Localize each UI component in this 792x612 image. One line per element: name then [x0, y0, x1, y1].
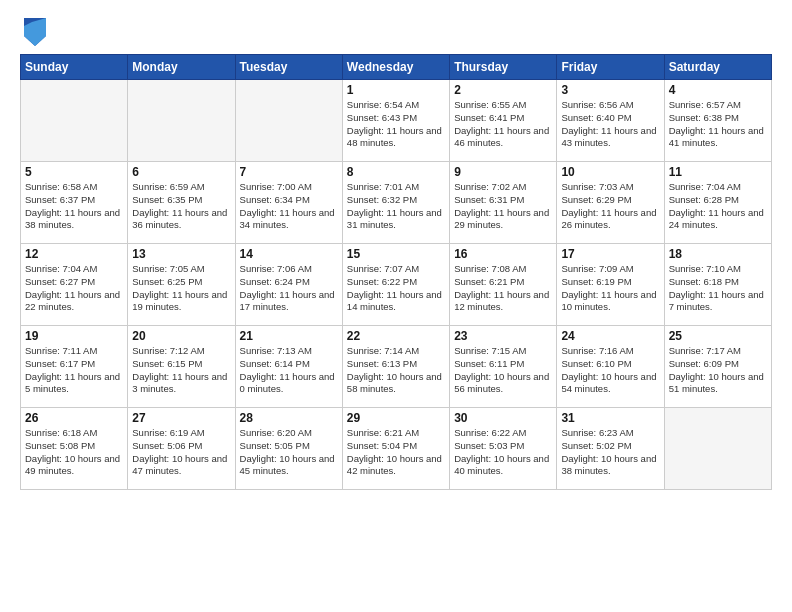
weekday-header-saturday: Saturday: [664, 55, 771, 80]
calendar-cell: 15Sunrise: 7:07 AM Sunset: 6:22 PM Dayli…: [342, 244, 449, 326]
day-info: Sunrise: 7:02 AM Sunset: 6:31 PM Dayligh…: [454, 181, 552, 232]
day-info: Sunrise: 6:59 AM Sunset: 6:35 PM Dayligh…: [132, 181, 230, 232]
calendar: SundayMondayTuesdayWednesdayThursdayFrid…: [20, 54, 772, 490]
day-info: Sunrise: 7:07 AM Sunset: 6:22 PM Dayligh…: [347, 263, 445, 314]
weekday-header-tuesday: Tuesday: [235, 55, 342, 80]
calendar-cell: 14Sunrise: 7:06 AM Sunset: 6:24 PM Dayli…: [235, 244, 342, 326]
day-number: 8: [347, 165, 445, 179]
weekday-header-friday: Friday: [557, 55, 664, 80]
weekday-header-monday: Monday: [128, 55, 235, 80]
calendar-cell: 24Sunrise: 7:16 AM Sunset: 6:10 PM Dayli…: [557, 326, 664, 408]
day-info: Sunrise: 6:55 AM Sunset: 6:41 PM Dayligh…: [454, 99, 552, 150]
day-info: Sunrise: 7:03 AM Sunset: 6:29 PM Dayligh…: [561, 181, 659, 232]
calendar-cell: 9Sunrise: 7:02 AM Sunset: 6:31 PM Daylig…: [450, 162, 557, 244]
logo: [20, 18, 46, 46]
week-row-5: 26Sunrise: 6:18 AM Sunset: 5:08 PM Dayli…: [21, 408, 772, 490]
calendar-cell: 13Sunrise: 7:05 AM Sunset: 6:25 PM Dayli…: [128, 244, 235, 326]
day-info: Sunrise: 7:04 AM Sunset: 6:27 PM Dayligh…: [25, 263, 123, 314]
day-info: Sunrise: 7:14 AM Sunset: 6:13 PM Dayligh…: [347, 345, 445, 396]
day-info: Sunrise: 7:01 AM Sunset: 6:32 PM Dayligh…: [347, 181, 445, 232]
calendar-cell: 5Sunrise: 6:58 AM Sunset: 6:37 PM Daylig…: [21, 162, 128, 244]
day-number: 11: [669, 165, 767, 179]
day-info: Sunrise: 7:17 AM Sunset: 6:09 PM Dayligh…: [669, 345, 767, 396]
weekday-header-sunday: Sunday: [21, 55, 128, 80]
calendar-cell: 1Sunrise: 6:54 AM Sunset: 6:43 PM Daylig…: [342, 80, 449, 162]
day-number: 29: [347, 411, 445, 425]
day-number: 5: [25, 165, 123, 179]
day-number: 2: [454, 83, 552, 97]
day-number: 25: [669, 329, 767, 343]
day-number: 15: [347, 247, 445, 261]
day-info: Sunrise: 6:57 AM Sunset: 6:38 PM Dayligh…: [669, 99, 767, 150]
page: SundayMondayTuesdayWednesdayThursdayFrid…: [0, 0, 792, 612]
day-number: 6: [132, 165, 230, 179]
calendar-cell: 22Sunrise: 7:14 AM Sunset: 6:13 PM Dayli…: [342, 326, 449, 408]
day-info: Sunrise: 7:15 AM Sunset: 6:11 PM Dayligh…: [454, 345, 552, 396]
calendar-cell: [235, 80, 342, 162]
day-info: Sunrise: 7:00 AM Sunset: 6:34 PM Dayligh…: [240, 181, 338, 232]
calendar-cell: 21Sunrise: 7:13 AM Sunset: 6:14 PM Dayli…: [235, 326, 342, 408]
day-number: 28: [240, 411, 338, 425]
day-info: Sunrise: 6:20 AM Sunset: 5:05 PM Dayligh…: [240, 427, 338, 478]
calendar-cell: 31Sunrise: 6:23 AM Sunset: 5:02 PM Dayli…: [557, 408, 664, 490]
day-info: Sunrise: 6:21 AM Sunset: 5:04 PM Dayligh…: [347, 427, 445, 478]
day-number: 7: [240, 165, 338, 179]
day-info: Sunrise: 6:56 AM Sunset: 6:40 PM Dayligh…: [561, 99, 659, 150]
day-number: 26: [25, 411, 123, 425]
weekday-header-row: SundayMondayTuesdayWednesdayThursdayFrid…: [21, 55, 772, 80]
calendar-cell: 25Sunrise: 7:17 AM Sunset: 6:09 PM Dayli…: [664, 326, 771, 408]
day-info: Sunrise: 7:16 AM Sunset: 6:10 PM Dayligh…: [561, 345, 659, 396]
week-row-3: 12Sunrise: 7:04 AM Sunset: 6:27 PM Dayli…: [21, 244, 772, 326]
week-row-4: 19Sunrise: 7:11 AM Sunset: 6:17 PM Dayli…: [21, 326, 772, 408]
day-number: 10: [561, 165, 659, 179]
day-info: Sunrise: 7:11 AM Sunset: 6:17 PM Dayligh…: [25, 345, 123, 396]
week-row-1: 1Sunrise: 6:54 AM Sunset: 6:43 PM Daylig…: [21, 80, 772, 162]
calendar-cell: 16Sunrise: 7:08 AM Sunset: 6:21 PM Dayli…: [450, 244, 557, 326]
day-number: 23: [454, 329, 552, 343]
calendar-cell: 8Sunrise: 7:01 AM Sunset: 6:32 PM Daylig…: [342, 162, 449, 244]
day-info: Sunrise: 6:19 AM Sunset: 5:06 PM Dayligh…: [132, 427, 230, 478]
day-info: Sunrise: 6:23 AM Sunset: 5:02 PM Dayligh…: [561, 427, 659, 478]
weekday-header-wednesday: Wednesday: [342, 55, 449, 80]
calendar-cell: [128, 80, 235, 162]
calendar-cell: 27Sunrise: 6:19 AM Sunset: 5:06 PM Dayli…: [128, 408, 235, 490]
day-info: Sunrise: 6:18 AM Sunset: 5:08 PM Dayligh…: [25, 427, 123, 478]
day-number: 17: [561, 247, 659, 261]
week-row-2: 5Sunrise: 6:58 AM Sunset: 6:37 PM Daylig…: [21, 162, 772, 244]
day-number: 18: [669, 247, 767, 261]
day-info: Sunrise: 7:09 AM Sunset: 6:19 PM Dayligh…: [561, 263, 659, 314]
day-info: Sunrise: 6:58 AM Sunset: 6:37 PM Dayligh…: [25, 181, 123, 232]
day-number: 31: [561, 411, 659, 425]
calendar-cell: 10Sunrise: 7:03 AM Sunset: 6:29 PM Dayli…: [557, 162, 664, 244]
day-number: 9: [454, 165, 552, 179]
day-number: 30: [454, 411, 552, 425]
day-info: Sunrise: 7:10 AM Sunset: 6:18 PM Dayligh…: [669, 263, 767, 314]
day-number: 4: [669, 83, 767, 97]
day-number: 12: [25, 247, 123, 261]
day-number: 27: [132, 411, 230, 425]
calendar-cell: 2Sunrise: 6:55 AM Sunset: 6:41 PM Daylig…: [450, 80, 557, 162]
day-info: Sunrise: 7:06 AM Sunset: 6:24 PM Dayligh…: [240, 263, 338, 314]
calendar-cell: 12Sunrise: 7:04 AM Sunset: 6:27 PM Dayli…: [21, 244, 128, 326]
header: [20, 18, 772, 46]
logo-icon: [24, 18, 46, 46]
calendar-cell: 6Sunrise: 6:59 AM Sunset: 6:35 PM Daylig…: [128, 162, 235, 244]
calendar-cell: 28Sunrise: 6:20 AM Sunset: 5:05 PM Dayli…: [235, 408, 342, 490]
calendar-cell: 18Sunrise: 7:10 AM Sunset: 6:18 PM Dayli…: [664, 244, 771, 326]
calendar-cell: 20Sunrise: 7:12 AM Sunset: 6:15 PM Dayli…: [128, 326, 235, 408]
day-info: Sunrise: 6:54 AM Sunset: 6:43 PM Dayligh…: [347, 99, 445, 150]
calendar-cell: 23Sunrise: 7:15 AM Sunset: 6:11 PM Dayli…: [450, 326, 557, 408]
day-number: 22: [347, 329, 445, 343]
calendar-cell: [21, 80, 128, 162]
day-number: 19: [25, 329, 123, 343]
day-number: 3: [561, 83, 659, 97]
day-number: 1: [347, 83, 445, 97]
calendar-cell: 17Sunrise: 7:09 AM Sunset: 6:19 PM Dayli…: [557, 244, 664, 326]
calendar-cell: 30Sunrise: 6:22 AM Sunset: 5:03 PM Dayli…: [450, 408, 557, 490]
calendar-cell: 19Sunrise: 7:11 AM Sunset: 6:17 PM Dayli…: [21, 326, 128, 408]
calendar-cell: 7Sunrise: 7:00 AM Sunset: 6:34 PM Daylig…: [235, 162, 342, 244]
day-number: 16: [454, 247, 552, 261]
day-number: 13: [132, 247, 230, 261]
day-info: Sunrise: 7:05 AM Sunset: 6:25 PM Dayligh…: [132, 263, 230, 314]
day-number: 21: [240, 329, 338, 343]
